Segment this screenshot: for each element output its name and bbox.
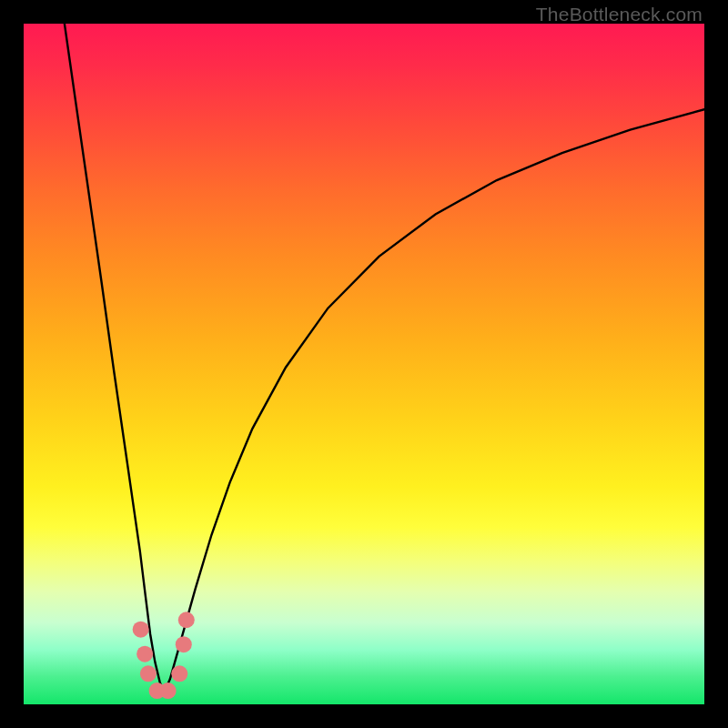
curve-right-branch <box>164 109 704 693</box>
curve-left-branch <box>65 24 164 693</box>
marker-dot <box>133 622 149 638</box>
marker-dot <box>171 665 187 682</box>
marker-cluster <box>133 612 195 699</box>
watermark-text: TheBottleneck.com <box>536 4 703 25</box>
marker-dot <box>176 636 192 652</box>
marker-dot <box>136 646 153 662</box>
chart-frame: TheBottleneck.com <box>0 0 728 728</box>
bottleneck-curve <box>24 24 704 704</box>
marker-dot <box>160 682 177 699</box>
marker-dot <box>140 665 157 682</box>
marker-dot <box>178 612 195 628</box>
plot-area <box>24 24 704 704</box>
